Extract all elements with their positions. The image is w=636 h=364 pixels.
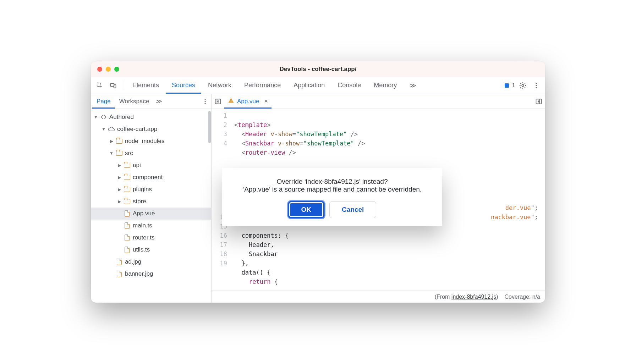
tree-label: api (133, 162, 141, 169)
maximize-window-button[interactable] (114, 67, 119, 72)
tree-folder-api[interactable]: ▶ api (91, 159, 211, 171)
dialog-message-line1: Override ‘index-8bfa4912.js’ instead? (231, 178, 434, 186)
kebab-menu-icon[interactable] (530, 77, 542, 94)
file-icon (124, 246, 131, 253)
tab-network[interactable]: Network (202, 77, 237, 94)
file-icon (124, 222, 131, 229)
disclosure-triangle-icon[interactable]: ▼ (102, 127, 106, 132)
window-title: DevTools - coffee-cart.app/ (91, 66, 545, 73)
tree-label: Authored (109, 114, 134, 121)
tree-label: router.ts (133, 234, 154, 241)
svg-rect-13 (231, 100, 231, 101)
override-confirm-dialog: Override ‘index-8bfa4912.js’ instead? ‘A… (222, 168, 442, 226)
issues-badge[interactable]: 1 (503, 77, 515, 94)
file-tab-label: App.vue (237, 98, 259, 105)
scrollbar-thumb[interactable] (208, 111, 211, 143)
status-bar: (From index-8bfa4912.js) Coverage: n/a (212, 291, 545, 303)
tree-label: banner.jpg (125, 270, 153, 277)
navigator-kebab-icon[interactable] (202, 94, 208, 109)
svg-point-9 (205, 101, 206, 102)
tree-label: src (125, 150, 133, 157)
subtab-workspace[interactable]: Workspace (115, 94, 154, 109)
warning-icon (228, 97, 234, 105)
file-tab-app-vue[interactable]: App.vue × (224, 94, 272, 109)
file-tree[interactable]: ▼ Authored ▼ coffee-cart.app ▶ node_modu… (91, 109, 211, 303)
toggle-navigator-icon[interactable] (212, 94, 224, 109)
folder-icon (124, 186, 131, 193)
tree-root-authored[interactable]: ▼ Authored (91, 111, 211, 123)
folder-icon (116, 138, 123, 145)
tab-performance[interactable]: Performance (238, 77, 286, 94)
tree-folder-node-modules[interactable]: ▶ node_modules (91, 135, 211, 147)
disclosure-triangle-icon[interactable]: ▶ (117, 175, 121, 180)
disclosure-triangle-icon[interactable]: ▶ (117, 199, 121, 204)
tree-label: ad.jpg (125, 258, 141, 265)
source-map-link[interactable]: index-8bfa4912.js (451, 294, 496, 300)
tree-file-main-ts[interactable]: main.ts (91, 220, 211, 232)
tree-folder-plugins[interactable]: ▶ plugins (91, 183, 211, 195)
svg-rect-3 (505, 83, 509, 88)
svg-point-8 (205, 99, 206, 100)
folder-icon (124, 174, 131, 181)
inspect-icon[interactable] (94, 77, 106, 94)
navigator-pane: Page Workspace ≫ ▼ Authored ▼ coffee-car (91, 94, 212, 303)
disclosure-triangle-icon[interactable]: ▶ (117, 163, 121, 168)
tab-application[interactable]: Application (288, 77, 330, 94)
toggle-debugger-icon[interactable] (532, 94, 545, 109)
tree-folder-src[interactable]: ▼ src (91, 147, 211, 159)
tab-sources[interactable]: Sources (166, 77, 201, 94)
disclosure-triangle-icon[interactable]: ▶ (117, 187, 121, 192)
tree-label: coffee-cart.app (117, 126, 157, 133)
coverage-status: Coverage: n/a (504, 294, 540, 300)
ok-button[interactable]: OK (288, 201, 325, 218)
subtab-page[interactable]: Page (92, 94, 115, 109)
close-tab-icon[interactable]: × (262, 98, 268, 105)
tab-memory[interactable]: Memory (368, 77, 402, 94)
disclosure-triangle-icon[interactable]: ▼ (94, 115, 98, 120)
tree-label: node_modules (125, 138, 165, 145)
tab-elements[interactable]: Elements (127, 77, 165, 94)
devtools-window: DevTools - coffee-cart.app/ Elements Sou… (91, 61, 545, 303)
tree-file-ad-jpg[interactable]: ad.jpg (91, 256, 211, 268)
dialog-message-line2: ‘App.vue’ is a source mapped file and ca… (231, 186, 434, 193)
tree-file-banner-jpg[interactable]: banner.jpg (91, 268, 211, 280)
tree-file-router-ts[interactable]: router.ts (91, 232, 211, 244)
file-icon (124, 210, 131, 217)
device-toggle-icon[interactable] (107, 77, 119, 94)
file-icon (116, 258, 123, 265)
issues-count: 1 (512, 82, 515, 89)
tree-file-app-vue[interactable]: App.vue (91, 208, 211, 220)
disclosure-triangle-icon[interactable]: ▼ (109, 151, 114, 156)
divider (123, 81, 123, 90)
minimize-window-button[interactable] (106, 67, 111, 72)
tree-label: plugins (133, 186, 152, 193)
folder-icon (124, 198, 131, 205)
svg-point-7 (536, 87, 537, 88)
tree-label: App.vue (133, 210, 155, 217)
tree-file-utils-ts[interactable]: utils.ts (91, 244, 211, 256)
tree-domain[interactable]: ▼ coffee-cart.app (91, 123, 211, 135)
subtabs-overflow-button[interactable]: ≫ (153, 94, 165, 109)
svg-point-10 (205, 103, 206, 104)
close-window-button[interactable] (97, 67, 102, 72)
code-brackets-icon (100, 114, 107, 121)
disclosure-triangle-icon[interactable]: ▶ (109, 139, 114, 144)
folder-icon (124, 162, 131, 169)
tabs-overflow-button[interactable]: ≫ (404, 77, 422, 94)
titlebar: DevTools - coffee-cart.app/ (91, 61, 545, 77)
cancel-button[interactable]: Cancel (329, 201, 376, 218)
svg-point-4 (522, 84, 524, 87)
file-icon (124, 234, 131, 241)
tree-label: utils.ts (133, 246, 150, 253)
traffic-lights (97, 67, 119, 72)
cloud-icon (108, 126, 115, 133)
svg-point-5 (536, 83, 537, 84)
svg-rect-14 (231, 102, 231, 103)
settings-icon[interactable] (517, 77, 529, 94)
tree-folder-components[interactable]: ▶ component (91, 171, 211, 183)
folder-icon (116, 150, 123, 157)
tree-folder-store[interactable]: ▶ store (91, 195, 211, 208)
tree-label: main.ts (133, 222, 152, 229)
tab-console[interactable]: Console (332, 77, 367, 94)
main-tabs: Elements Sources Network Performance App… (91, 77, 545, 94)
